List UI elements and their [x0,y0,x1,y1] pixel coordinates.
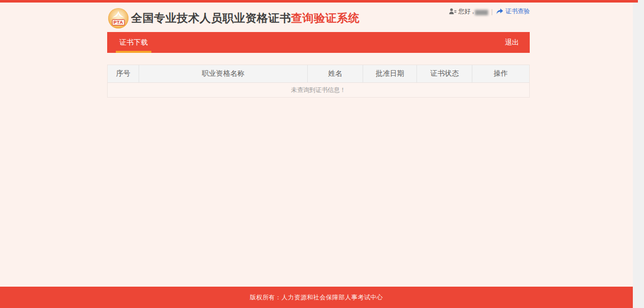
column-header-name: 姓名 [308,65,364,82]
nav-spacer [151,32,494,53]
certificate-table: 序号 职业资格名称 姓名 批准日期 证书状态 操作 未查询到证书信息！ [107,65,530,98]
main-nav: 证书下载 退出 [107,32,530,53]
greeting-text: 您好 , [459,7,474,16]
column-header-approval-date: 批准日期 [363,65,417,82]
active-tab-underline [116,51,151,53]
brand: PTA 全国专业技术人员职业资格证书查询验证系统 [108,8,360,28]
tab-label: 证书下载 [119,38,148,47]
share-arrow-icon [496,8,503,15]
site-header: PTA 全国专业技术人员职业资格证书查询验证系统 您好 , ▆▆▆ [107,3,530,32]
scrollbar-gutter [633,0,644,308]
title-main: 全国专业技术人员职业资格证书 [131,12,291,24]
top-accent-bar [0,0,638,3]
page-footer: 版权所有：人力资源和社会保障部人事考试中心 [0,287,633,308]
verify-link-label: 证书查验 [505,7,530,16]
main-content: PTA 全国专业技术人员职业资格证书查询验证系统 您好 , ▆▆▆ [107,3,530,98]
table-empty-state: 未查询到证书信息！ [108,83,529,97]
empty-message: 未查询到证书信息！ [291,86,346,95]
column-header-qualification-name: 职业资格名称 [139,65,308,82]
user-bar: 您好 , ▆▆▆ | 证书查验 [449,7,530,16]
table-header-row: 序号 职业资格名称 姓名 批准日期 证书状态 操作 [108,65,529,83]
page-background: PTA 全国专业技术人员职业资格证书查询验证系统 您好 , ▆▆▆ [0,0,633,308]
column-header-index: 序号 [108,65,139,82]
user-icon [449,8,457,15]
page-title: 全国专业技术人员职业资格证书查询验证系统 [131,11,360,26]
certificate-verify-link[interactable]: 证书查验 [496,7,530,16]
logout-label: 退出 [505,38,519,47]
pta-logo-icon: PTA [108,8,128,28]
column-header-operation: 操作 [472,65,529,82]
logo-text: PTA [112,19,125,25]
title-accent: 查询验证系统 [291,12,360,24]
username-redacted: ▆▆▆ [475,8,488,15]
copyright-text: 版权所有：人力资源和社会保障部人事考试中心 [250,293,383,302]
column-header-certificate-status: 证书状态 [417,65,472,82]
tab-certificate-download[interactable]: 证书下载 [116,32,151,53]
logout-button[interactable]: 退出 [494,32,530,53]
divider: | [491,8,493,15]
